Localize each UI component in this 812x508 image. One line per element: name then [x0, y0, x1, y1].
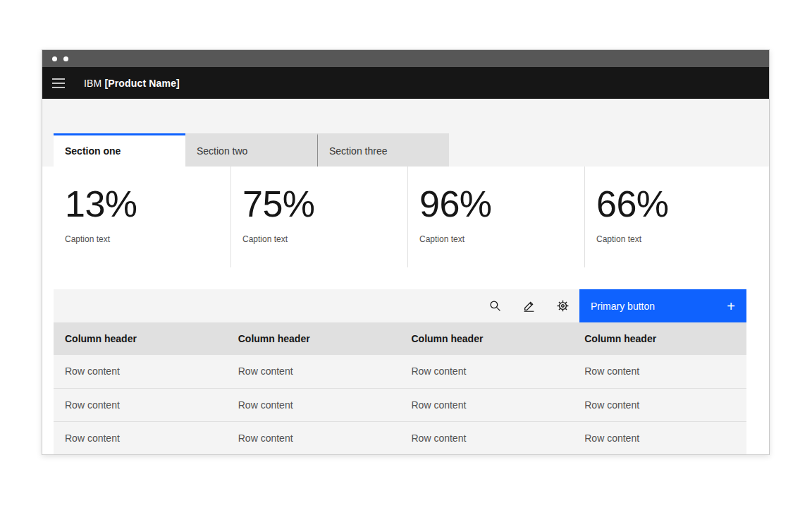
primary-button-label: Primary button [591, 301, 655, 312]
tab-bar: Section one Section two Section three [54, 99, 769, 167]
table-cell: Row content [400, 355, 574, 388]
metric-card: 96% Caption text [407, 167, 584, 267]
table-cell: Row content [227, 388, 400, 421]
table-cell: Row content [227, 355, 400, 388]
table-cell: Row content [54, 355, 227, 388]
window-control-dot[interactable] [63, 56, 68, 61]
menu-button[interactable] [51, 76, 66, 90]
brand-ibm: IBM [84, 78, 102, 89]
settings-button[interactable] [546, 289, 579, 322]
metric-value: 96% [419, 185, 573, 224]
primary-button[interactable]: Primary button + [579, 289, 746, 322]
table-cell: Row content [573, 421, 746, 454]
tab-section-one[interactable]: Section one [54, 133, 185, 167]
hamburger-icon [52, 78, 65, 88]
app-header: IBM [Product Name] [42, 67, 769, 99]
window-titlebar [42, 50, 769, 67]
window-control-dot[interactable] [52, 56, 57, 61]
tab-section-three[interactable]: Section three [317, 133, 449, 167]
column-header: Column header [573, 322, 746, 355]
main-content: 13% Caption text 75% Caption text 96% Ca… [42, 167, 769, 455]
product-title: IBM [Product Name] [84, 78, 180, 89]
table: Column header Column header Column heade… [54, 322, 746, 455]
tab-section-two[interactable]: Section two [185, 133, 317, 167]
table-cell: Row content [227, 421, 400, 454]
metric-card: 13% Caption text [54, 167, 230, 267]
search-icon [489, 300, 501, 312]
table-toolbar: Primary button + [54, 289, 746, 322]
table-row: Row content Row content Row content Row … [54, 355, 746, 388]
metric-caption: Caption text [419, 234, 573, 244]
metric-card: 75% Caption text [230, 167, 407, 267]
metric-caption: Caption text [596, 234, 750, 244]
metric-value: 66% [596, 185, 750, 224]
settings-icon [557, 300, 569, 312]
page-background: Section one Section two Section three 13… [42, 99, 769, 455]
table-cell: Row content [400, 421, 574, 454]
tab-label: Section two [197, 145, 247, 157]
metric-value: 13% [65, 185, 219, 224]
metrics-row: 13% Caption text 75% Caption text 96% Ca… [54, 167, 769, 267]
tab-label: Section one [65, 145, 121, 157]
column-header: Column header [400, 322, 574, 355]
metric-caption: Caption text [242, 234, 396, 244]
table-header-row: Column header Column header Column heade… [54, 322, 746, 355]
edit-button[interactable] [512, 289, 546, 322]
column-header: Column header [227, 322, 400, 355]
table-row: Row content Row content Row content Row … [54, 388, 746, 421]
table-cell: Row content [54, 388, 227, 421]
product-name: [Product Name] [104, 78, 179, 89]
metric-value: 75% [242, 185, 396, 224]
table-row: Row content Row content Row content Row … [54, 421, 746, 454]
table-cell: Row content [573, 355, 746, 388]
table-cell: Row content [573, 388, 746, 421]
table-cell: Row content [54, 421, 227, 454]
tab-label: Section three [329, 145, 388, 157]
metric-caption: Caption text [65, 234, 219, 244]
edit-icon [523, 300, 535, 312]
metric-card: 66% Caption text [584, 167, 761, 267]
app-window: IBM [Product Name] Section one Section t… [42, 49, 770, 455]
table-cell: Row content [400, 388, 574, 421]
data-table: Primary button + Column header Column he… [54, 289, 746, 455]
search-button[interactable] [478, 289, 512, 322]
column-header: Column header [54, 322, 227, 355]
add-icon: + [727, 299, 735, 313]
